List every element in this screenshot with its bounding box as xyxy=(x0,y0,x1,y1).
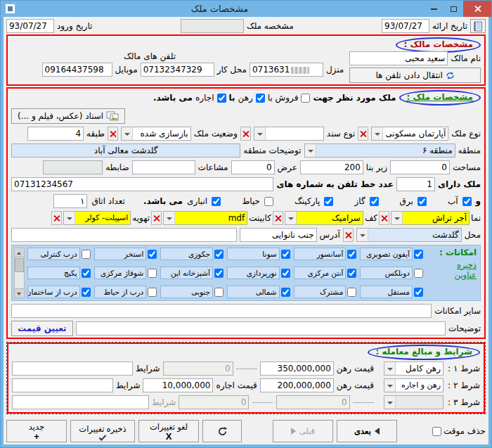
hvac-combo[interactable]: اسپیلت- کولر xyxy=(63,211,131,225)
rent-price2-input[interactable]: 10,000,000 xyxy=(143,378,213,392)
conditions3-input[interactable] xyxy=(12,395,149,409)
notes-input[interactable] xyxy=(76,321,446,335)
checkbox-storage[interactable] xyxy=(212,197,221,206)
checkbox-duplex[interactable] xyxy=(414,269,423,278)
transfer-phones-button[interactable]: انتقال دادن تلفن ها xyxy=(349,68,481,83)
clear-cabinet-icon[interactable] xyxy=(151,211,162,225)
checkbox-gas[interactable] xyxy=(370,197,379,206)
condition1-combo[interactable]: رهن کامل xyxy=(384,361,444,376)
phone-line-input[interactable]: 07131234567 xyxy=(11,177,273,191)
entry-date-input[interactable]: 93/07/27 xyxy=(6,19,54,33)
checkbox-rent[interactable] xyxy=(217,94,226,103)
checkbox-sale[interactable] xyxy=(301,94,310,103)
chevron-down-icon[interactable] xyxy=(164,212,175,224)
region-desc-input[interactable]: گلدشت معالی آباد xyxy=(11,143,240,158)
checkbox-yard[interactable] xyxy=(264,197,273,206)
checkbox-video-intercom[interactable] xyxy=(414,250,423,259)
mortgage-price2-input[interactable]: 200,000,000 xyxy=(260,378,334,392)
checkbox-central-heating[interactable] xyxy=(148,269,157,278)
clear-hvac-icon[interactable] xyxy=(51,211,62,225)
chevron-down-icon[interactable] xyxy=(384,379,396,392)
refresh-button[interactable] xyxy=(202,420,242,442)
condition2-combo[interactable]: رهن و اجاره xyxy=(384,378,444,392)
chevron-down-icon[interactable] xyxy=(372,127,383,140)
checkbox-open-kitchen[interactable] xyxy=(214,269,224,278)
phone-line-count-input[interactable]: 1 xyxy=(396,177,435,191)
close-button[interactable] xyxy=(463,1,491,17)
checkbox-independent[interactable] xyxy=(414,288,423,297)
place-combo[interactable]: گلدشت xyxy=(356,228,462,242)
chevron-down-icon[interactable] xyxy=(384,396,396,409)
temp-delete-option[interactable]: حذف موقت xyxy=(428,420,486,442)
chevron-down-icon[interactable] xyxy=(254,127,266,140)
flooring-combo[interactable]: سرامیک xyxy=(285,211,363,225)
checkbox-elevator[interactable] xyxy=(347,250,356,259)
floor-input[interactable]: 4 xyxy=(27,127,84,141)
area-input[interactable]: 0 xyxy=(390,160,450,174)
checkbox-sauna[interactable] xyxy=(281,250,290,259)
checkbox-central-antenna[interactable] xyxy=(347,269,356,278)
new-button[interactable]: جدید + xyxy=(6,420,67,442)
property-id-input[interactable] xyxy=(181,19,244,33)
present-date-input[interactable]: 93/07/27 xyxy=(382,19,429,33)
status-combo[interactable]: بازسازی شده xyxy=(121,127,191,141)
built-area-input[interactable]: 200 xyxy=(300,160,363,174)
save-changes-button[interactable]: ذخیره تغییرات xyxy=(70,420,135,442)
notebook-icon[interactable] xyxy=(470,19,486,33)
clear-status-icon[interactable] xyxy=(108,127,118,141)
checkbox-building-door[interactable] xyxy=(82,288,91,297)
clear-type-icon[interactable] xyxy=(358,127,368,141)
address-input[interactable]: جنب نانوایی xyxy=(240,228,317,242)
documents-button[interactable]: اسناد (عکس، فیلم و ...) xyxy=(11,108,125,124)
save-titles-link[interactable]: ذخیره عناوین xyxy=(437,260,477,280)
previous-button[interactable]: قبلی xyxy=(273,420,333,442)
width-input[interactable]: 0 xyxy=(231,160,275,174)
checkbox-lighting[interactable] xyxy=(281,269,290,278)
checkbox-yard-door[interactable] xyxy=(148,288,157,297)
checkbox-temp-delete[interactable] xyxy=(432,427,441,436)
rule-input[interactable] xyxy=(43,160,103,174)
clear-flooring-icon[interactable] xyxy=(273,211,283,225)
clear-facade-icon[interactable] xyxy=(379,211,389,225)
condition3-combo[interactable] xyxy=(384,395,444,409)
checkbox-south-facing[interactable] xyxy=(214,288,224,297)
owner-name-input[interactable]: سعید محبی xyxy=(349,51,448,65)
conditions2-input[interactable] xyxy=(12,378,113,392)
mobile-phone-input[interactable]: 09164437598 xyxy=(42,63,112,77)
scroll-down-icon[interactable] xyxy=(15,288,24,297)
set-price-button[interactable]: تعیین قیمت xyxy=(11,321,73,336)
checkbox-jacuzzi[interactable] xyxy=(214,250,224,259)
chevron-down-icon[interactable] xyxy=(384,362,396,375)
deed-combo[interactable] xyxy=(254,127,324,141)
maximize-button[interactable] xyxy=(444,1,463,17)
cancel-changes-button[interactable]: لغو تغییرات X xyxy=(138,420,199,442)
rooms-input[interactable]: ۱ xyxy=(53,194,87,208)
chevron-down-icon[interactable] xyxy=(391,212,403,224)
checkbox-water[interactable] xyxy=(462,197,472,206)
work-phone-input[interactable]: 07132347329 xyxy=(141,63,214,77)
clear-deed-icon[interactable] xyxy=(240,127,251,141)
next-button[interactable]: بعدی xyxy=(337,420,397,442)
checkbox-north-facing[interactable] xyxy=(281,288,290,297)
chevron-down-icon[interactable] xyxy=(122,127,133,140)
home-phone-input[interactable]: 0713631 xyxy=(250,63,323,77)
facade-combo[interactable]: آجر تراش xyxy=(391,211,470,225)
other-amenities-input[interactable] xyxy=(11,304,432,318)
checkbox-package-heater[interactable] xyxy=(82,269,91,278)
mortgage-price1-input[interactable]: 350,000,000 xyxy=(260,361,334,376)
scroll-up-icon[interactable] xyxy=(15,248,24,257)
chevron-down-icon[interactable] xyxy=(357,229,368,241)
cabinet-combo[interactable]: mdf xyxy=(163,211,247,225)
checkbox-pool[interactable] xyxy=(148,250,157,259)
chevron-down-icon[interactable] xyxy=(285,212,297,224)
commons-input[interactable] xyxy=(132,160,195,174)
checkbox-electricity[interactable] xyxy=(417,197,427,206)
chevron-down-icon[interactable] xyxy=(64,212,75,224)
region-combo[interactable]: منطقه ۶ xyxy=(304,143,455,158)
clear-place-icon[interactable] xyxy=(343,228,354,242)
checkbox-shared[interactable] xyxy=(347,288,356,297)
checkbox-parking[interactable] xyxy=(324,197,333,206)
checkbox-remote-door[interactable] xyxy=(82,250,91,259)
address-extra-input[interactable] xyxy=(11,228,237,242)
scrollbar-thumb[interactable] xyxy=(15,258,24,272)
